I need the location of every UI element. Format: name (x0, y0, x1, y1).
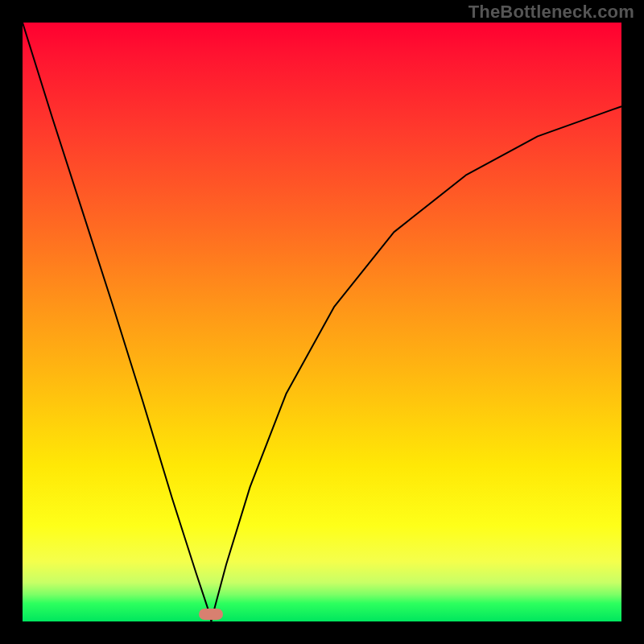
chart-frame: TheBottleneck.com (0, 0, 644, 644)
bottleneck-curve (23, 23, 621, 621)
plot-area (23, 23, 621, 621)
curve-layer (23, 23, 621, 621)
vertex-marker (199, 609, 223, 620)
watermark-text: TheBottleneck.com (469, 2, 634, 23)
